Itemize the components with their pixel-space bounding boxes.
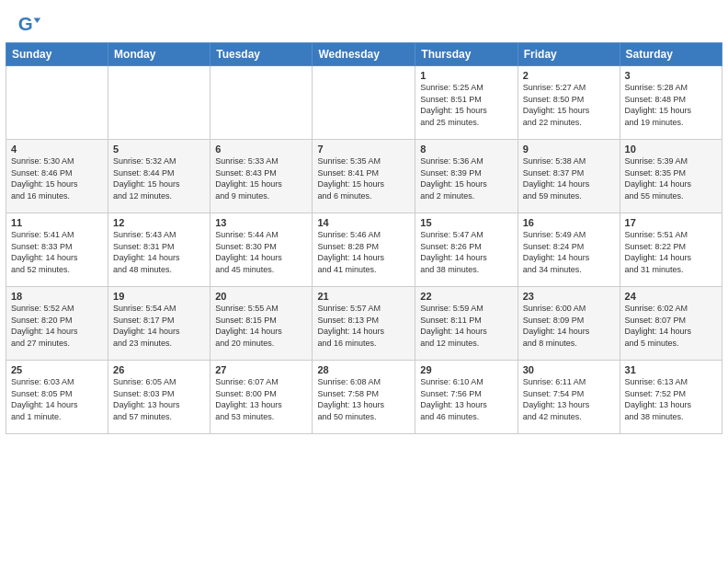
calendar-cell: 23Sunrise: 6:00 AM Sunset: 8:09 PM Dayli… <box>518 287 620 361</box>
col-header-monday: Monday <box>108 43 210 66</box>
day-number: 31 <box>625 364 717 375</box>
day-number: 7 <box>317 144 410 155</box>
calendar-cell: 14Sunrise: 5:46 AM Sunset: 8:28 PM Dayli… <box>313 213 415 287</box>
day-number: 21 <box>317 291 410 302</box>
day-number: 1 <box>420 70 512 81</box>
day-number: 24 <box>625 291 717 302</box>
day-info: Sunrise: 5:36 AM Sunset: 8:39 PM Dayligh… <box>420 155 512 201</box>
day-info: Sunrise: 5:39 AM Sunset: 8:35 PM Dayligh… <box>625 155 717 201</box>
day-info: Sunrise: 6:10 AM Sunset: 7:56 PM Dayligh… <box>420 376 512 422</box>
day-info: Sunrise: 5:49 AM Sunset: 8:24 PM Dayligh… <box>523 229 615 275</box>
calendar-cell: 29Sunrise: 6:10 AM Sunset: 7:56 PM Dayli… <box>415 361 518 434</box>
day-info: Sunrise: 5:44 AM Sunset: 8:30 PM Dayligh… <box>215 229 307 275</box>
calendar-table: SundayMondayTuesdayWednesdayThursdayFrid… <box>6 42 722 434</box>
calendar-cell <box>108 66 210 140</box>
day-number: 2 <box>523 70 615 81</box>
calendar-cell: 22Sunrise: 5:59 AM Sunset: 8:11 PM Dayli… <box>415 287 518 361</box>
day-number: 28 <box>317 364 410 375</box>
day-info: Sunrise: 6:07 AM Sunset: 8:00 PM Dayligh… <box>215 376 307 422</box>
day-number: 15 <box>420 217 512 228</box>
svg-text:G: G <box>18 13 33 34</box>
day-number: 29 <box>420 364 512 375</box>
day-number: 14 <box>317 217 410 228</box>
calendar-cell <box>210 66 313 140</box>
day-info: Sunrise: 5:59 AM Sunset: 8:11 PM Dayligh… <box>420 303 512 349</box>
calendar-cell: 4Sunrise: 5:30 AM Sunset: 8:46 PM Daylig… <box>6 140 108 213</box>
calendar-cell: 27Sunrise: 6:07 AM Sunset: 8:00 PM Dayli… <box>210 361 313 434</box>
col-header-thursday: Thursday <box>415 43 518 66</box>
day-number: 8 <box>420 144 512 155</box>
day-info: Sunrise: 5:38 AM Sunset: 8:37 PM Dayligh… <box>523 155 615 201</box>
col-header-friday: Friday <box>518 43 620 66</box>
day-info: Sunrise: 5:57 AM Sunset: 8:13 PM Dayligh… <box>317 303 410 349</box>
day-info: Sunrise: 5:30 AM Sunset: 8:46 PM Dayligh… <box>11 155 103 201</box>
calendar-cell: 7Sunrise: 5:35 AM Sunset: 8:41 PM Daylig… <box>313 140 415 213</box>
day-info: Sunrise: 5:28 AM Sunset: 8:48 PM Dayligh… <box>625 82 717 128</box>
day-number: 4 <box>11 144 103 155</box>
day-number: 9 <box>523 144 615 155</box>
calendar-cell: 25Sunrise: 6:03 AM Sunset: 8:05 PM Dayli… <box>6 361 108 434</box>
calendar-cell: 9Sunrise: 5:38 AM Sunset: 8:37 PM Daylig… <box>518 140 620 213</box>
week-row-1: 1Sunrise: 5:25 AM Sunset: 8:51 PM Daylig… <box>6 66 722 140</box>
day-number: 20 <box>215 291 307 302</box>
day-info: Sunrise: 6:11 AM Sunset: 7:54 PM Dayligh… <box>523 376 615 422</box>
calendar-cell: 6Sunrise: 5:33 AM Sunset: 8:43 PM Daylig… <box>210 140 313 213</box>
col-header-wednesday: Wednesday <box>313 43 415 66</box>
day-number: 23 <box>523 291 615 302</box>
col-header-saturday: Saturday <box>620 43 722 66</box>
calendar-cell: 16Sunrise: 5:49 AM Sunset: 8:24 PM Dayli… <box>518 213 620 287</box>
calendar-cell: 30Sunrise: 6:11 AM Sunset: 7:54 PM Dayli… <box>518 361 620 434</box>
calendar-cell: 18Sunrise: 5:52 AM Sunset: 8:20 PM Dayli… <box>6 287 108 361</box>
calendar-cell: 20Sunrise: 5:55 AM Sunset: 8:15 PM Dayli… <box>210 287 313 361</box>
day-number: 5 <box>113 144 205 155</box>
calendar-cell: 13Sunrise: 5:44 AM Sunset: 8:30 PM Dayli… <box>210 213 313 287</box>
day-number: 12 <box>113 217 205 228</box>
day-number: 27 <box>215 364 307 375</box>
calendar-cell: 5Sunrise: 5:32 AM Sunset: 8:44 PM Daylig… <box>108 140 210 213</box>
day-number: 16 <box>523 217 615 228</box>
calendar-header-row: SundayMondayTuesdayWednesdayThursdayFrid… <box>6 43 722 66</box>
calendar-cell: 10Sunrise: 5:39 AM Sunset: 8:35 PM Dayli… <box>620 140 722 213</box>
page-header: G <box>0 0 728 42</box>
day-number: 25 <box>11 364 103 375</box>
day-number: 11 <box>11 217 103 228</box>
day-info: Sunrise: 5:51 AM Sunset: 8:22 PM Dayligh… <box>625 229 717 275</box>
day-number: 13 <box>215 217 307 228</box>
day-number: 26 <box>113 364 205 375</box>
calendar-cell: 19Sunrise: 5:54 AM Sunset: 8:17 PM Dayli… <box>108 287 210 361</box>
day-number: 19 <box>113 291 205 302</box>
calendar-cell: 3Sunrise: 5:28 AM Sunset: 8:48 PM Daylig… <box>620 66 722 140</box>
calendar-cell: 28Sunrise: 6:08 AM Sunset: 7:58 PM Dayli… <box>313 361 415 434</box>
calendar-cell: 26Sunrise: 6:05 AM Sunset: 8:03 PM Dayli… <box>108 361 210 434</box>
col-header-tuesday: Tuesday <box>210 43 313 66</box>
day-number: 30 <box>523 364 615 375</box>
col-header-sunday: Sunday <box>6 43 108 66</box>
calendar-wrapper: SundayMondayTuesdayWednesdayThursdayFrid… <box>0 42 728 440</box>
week-row-3: 11Sunrise: 5:41 AM Sunset: 8:33 PM Dayli… <box>6 213 722 287</box>
day-number: 3 <box>625 70 717 81</box>
day-info: Sunrise: 5:35 AM Sunset: 8:41 PM Dayligh… <box>317 155 410 201</box>
day-info: Sunrise: 5:27 AM Sunset: 8:50 PM Dayligh… <box>523 82 615 128</box>
calendar-cell: 17Sunrise: 5:51 AM Sunset: 8:22 PM Dayli… <box>620 213 722 287</box>
day-info: Sunrise: 5:41 AM Sunset: 8:33 PM Dayligh… <box>11 229 103 275</box>
day-info: Sunrise: 5:43 AM Sunset: 8:31 PM Dayligh… <box>113 229 205 275</box>
day-info: Sunrise: 5:55 AM Sunset: 8:15 PM Dayligh… <box>215 303 307 349</box>
calendar-cell: 24Sunrise: 6:02 AM Sunset: 8:07 PM Dayli… <box>620 287 722 361</box>
day-info: Sunrise: 5:54 AM Sunset: 8:17 PM Dayligh… <box>113 303 205 349</box>
day-number: 17 <box>625 217 717 228</box>
calendar-cell: 1Sunrise: 5:25 AM Sunset: 8:51 PM Daylig… <box>415 66 518 140</box>
logo-icon: G <box>17 11 42 37</box>
day-number: 6 <box>215 144 307 155</box>
day-info: Sunrise: 6:03 AM Sunset: 8:05 PM Dayligh… <box>11 376 103 422</box>
day-info: Sunrise: 6:00 AM Sunset: 8:09 PM Dayligh… <box>523 303 615 349</box>
day-number: 22 <box>420 291 512 302</box>
day-number: 10 <box>625 144 717 155</box>
calendar-cell: 15Sunrise: 5:47 AM Sunset: 8:26 PM Dayli… <box>415 213 518 287</box>
logo: G <box>17 11 46 37</box>
calendar-cell <box>6 66 108 140</box>
day-info: Sunrise: 6:02 AM Sunset: 8:07 PM Dayligh… <box>625 303 717 349</box>
day-number: 18 <box>11 291 103 302</box>
day-info: Sunrise: 6:05 AM Sunset: 8:03 PM Dayligh… <box>113 376 205 422</box>
day-info: Sunrise: 5:47 AM Sunset: 8:26 PM Dayligh… <box>420 229 512 275</box>
day-info: Sunrise: 5:33 AM Sunset: 8:43 PM Dayligh… <box>215 155 307 201</box>
